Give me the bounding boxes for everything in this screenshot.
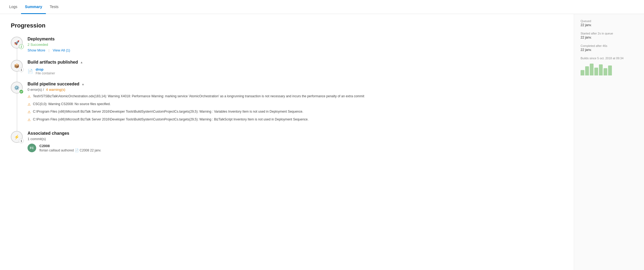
artifact-name[interactable]: drop [36,67,55,71]
chart-bar-0 [581,70,584,75]
pipeline-chevron[interactable]: ▲ [82,82,84,86]
deployments-badge: 2 [19,44,24,49]
chart-bar-2 [590,64,594,75]
tab-tests[interactable]: Tests [46,0,62,14]
warning-list: ⚠ TestVSTSBizTalk\AtomicOrchestration.od… [28,94,563,122]
warning-item-2: ⚠ CSC(0,0): Warning CS2008: No source fi… [28,102,563,107]
stage-artifacts: 📦 1 Build artifacts published ▲ 📄 drop F… [11,60,563,75]
pipeline-warnings-count: 4 warning(s) [46,88,65,92]
started-label: Started after 2s in queue [581,32,638,35]
artifacts-chevron[interactable]: ▲ [80,61,83,64]
completed-value: 22 janv. [581,48,638,52]
warning-icon-2: ⚠ [28,102,31,107]
page-title: Progression [11,22,563,29]
changes-commits-count: 1 commit(s) [28,137,563,141]
pipeline-success-check [19,89,24,94]
show-more-link[interactable]: Show More [28,48,45,52]
pipeline-icon-wrap: ⚙️ [11,82,23,94]
tab-logs[interactable]: Logs [5,0,21,14]
sidebar-started: Started after 2s in queue 22 janv. [581,32,638,39]
changes-content: Associated changes 1 commit(s) FC C2008 … [28,131,563,152]
warning-item-4: ⚠ C:\Program Files (x86)\Microsoft BizTa… [28,117,563,123]
main-content: Progression 🚀 2 Deployments 2 Succeeded … [0,14,574,270]
changes-badge: 1 [19,139,24,143]
tab-summary[interactable]: Summary [21,0,46,14]
artifacts-icon-wrap: 📦 1 [11,60,23,72]
artifacts-badge: 1 [19,67,24,72]
changes-icon-wrap: ⚡ 1 [11,131,23,143]
warning-icon-3: ⚠ [28,109,31,115]
warning-item-3: ⚠ C:\Program Files (x86)\Microsoft BizTa… [28,109,563,115]
chart-bar-5 [604,68,607,75]
sidebar-completed: Completed after 46s 22 janv. [581,44,638,52]
deployments-icon-wrap: 🚀 2 [11,37,23,49]
stage-changes: ⚡ 1 Associated changes 1 commit(s) FC C2… [11,131,563,152]
builds-since-label: Builds since 5 oct. 2018 at 09:34 [581,57,638,60]
artifact-desc: File container [36,71,55,75]
chart-bar-4 [599,64,603,75]
commit-avatar: FC [28,144,36,152]
warning-icon-4: ⚠ [28,117,31,123]
chart-bar-1 [585,66,589,75]
queued-value: 22 janv. [581,23,638,27]
chart-bar-3 [594,68,598,75]
commit-info: florian caillaud authored 📄 C2008 22 jan… [39,148,101,152]
main-layout: Progression 🚀 2 Deployments 2 Succeeded … [0,14,644,270]
commit-item: FC C2008 florian caillaud authored 📄 C20… [28,144,563,152]
deployments-title: Deployments [28,37,563,41]
artifact-file-icon: 📄 [28,69,33,74]
top-navigation: Logs Summary Tests [0,0,644,14]
checkmark-icon [20,90,23,93]
deployments-subtitle: 2 Succeeded [28,43,563,47]
sidebar-builds-chart: Builds since 5 oct. 2018 at 09:34 [581,57,638,75]
chart-bar-6 [608,65,612,75]
builds-bar-chart [581,62,638,75]
artifacts-title: Build artifacts published ▲ [28,60,563,65]
deployments-links: Show More | View All (1) [28,48,563,52]
started-value: 22 janv. [581,36,638,39]
pipeline-title: Build pipeline succeeded ▲ [28,82,563,86]
pipeline-content: Build pipeline succeeded ▲ 0 error(s) / … [28,82,563,124]
artifact-item: 📄 drop File container [28,67,563,75]
warning-icon-1: ⚠ [28,94,31,99]
view-all-link[interactable]: View All (1) [53,48,70,52]
commit-id[interactable]: C2008 [39,144,101,148]
stage-pipeline: ⚙️ Build pipeline succeeded ▲ 0 error(s)… [11,82,563,124]
warning-item-1: ⚠ TestVSTSBizTalk\AtomicOrchestration.od… [28,94,563,99]
completed-label: Completed after 46s [581,44,638,47]
deployments-content: Deployments 2 Succeeded Show More | View… [28,37,563,53]
stage-deployments: 🚀 2 Deployments 2 Succeeded Show More | … [11,37,563,53]
artifacts-content: Build artifacts published ▲ 📄 drop File … [28,60,563,75]
queued-label: Queued [581,19,638,23]
pipeline-subtitle: 0 error(s) / 4 warning(s) [28,88,563,92]
sidebar: Queued 22 janv. Started after 2s in queu… [574,14,644,270]
changes-title: Associated changes [28,131,563,136]
sidebar-queued: Queued 22 janv. [581,19,638,27]
